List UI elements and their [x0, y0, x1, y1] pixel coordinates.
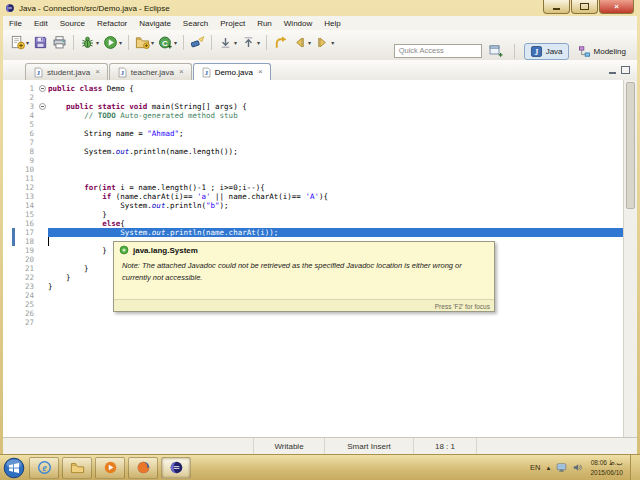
run-icon — [103, 35, 118, 50]
menu-help[interactable]: Help — [318, 19, 346, 28]
taskbar-media-player[interactable] — [95, 457, 125, 479]
perspective-label: Modeling — [594, 47, 626, 56]
line-number: 8 — [17, 147, 37, 156]
taskbar-firefox[interactable] — [128, 457, 158, 479]
dropdown-arrow-icon[interactable]: ▾ — [174, 39, 177, 46]
code-line: if (name.charAt(i)== 'a' || name.charAt(… — [48, 192, 623, 201]
quick-access-input[interactable]: Quick Access — [394, 44, 482, 58]
prev-annotation-button[interactable]: ▾ — [240, 34, 261, 51]
dropdown-arrow-icon[interactable]: ▾ — [234, 39, 237, 46]
code-line: } — [48, 210, 623, 219]
line-number: 9 — [17, 156, 37, 165]
fold-collapse-icon[interactable] — [39, 85, 46, 92]
new-class-button[interactable]: C▾ — [157, 34, 178, 51]
menu-window[interactable]: Window — [278, 19, 318, 28]
window-controls: × — [542, 0, 634, 14]
svg-text:C: C — [162, 38, 168, 47]
new-wizard-button[interactable]: ▾ — [9, 34, 30, 51]
dropdown-arrow-icon[interactable]: ▾ — [331, 39, 334, 46]
new-wizard-icon — [10, 35, 25, 50]
text-caret — [48, 237, 49, 246]
folding-ruler[interactable] — [37, 80, 48, 437]
line-number: 26 — [17, 309, 37, 318]
line-number: 7 — [17, 138, 37, 147]
scrollbar-thumb[interactable] — [626, 82, 635, 209]
taskbar-internet-explorer[interactable]: e — [29, 457, 59, 479]
javadoc-focus-hint: Press 'F2' for focus — [435, 303, 490, 310]
close-tab-icon[interactable]: × — [95, 68, 100, 76]
window-title: Java - Connection/src/Demo.java - Eclips… — [19, 4, 170, 13]
view-controls — [609, 66, 630, 74]
range-indicator — [12, 228, 15, 246]
line-number-ruler[interactable]: 1234567891011121314151617181920212223242… — [17, 80, 37, 437]
search-icon — [190, 35, 205, 50]
dropdown-arrow-icon[interactable]: ▾ — [96, 39, 99, 46]
perspective-switcher: JJavaModeling — [524, 43, 632, 60]
tab-Demo.java[interactable]: JDemo.java× — [193, 63, 271, 80]
language-indicator[interactable]: EN — [530, 463, 540, 472]
menu-edit[interactable]: Edit — [28, 19, 54, 28]
code-line — [48, 318, 623, 327]
explorer-icon — [70, 460, 85, 475]
perspective-modeling[interactable]: Modeling — [572, 43, 632, 60]
maximize-view-icon[interactable] — [621, 66, 630, 74]
dropdown-arrow-icon[interactable]: ▾ — [151, 39, 154, 46]
print-button[interactable] — [51, 34, 68, 51]
open-perspective-button[interactable] — [488, 43, 504, 59]
maximize-icon — [580, 3, 589, 10]
menu-source[interactable]: Source — [54, 19, 91, 28]
maximize-button[interactable] — [571, 0, 598, 14]
menu-refactor[interactable]: Refactor — [91, 19, 133, 28]
tab-student.java[interactable]: Jstudent.java× — [25, 63, 108, 80]
dropdown-arrow-icon[interactable]: ▾ — [119, 39, 122, 46]
show-desktop-button[interactable] — [630, 455, 640, 480]
menu-run[interactable]: Run — [251, 19, 278, 28]
run-button[interactable]: ▾ — [102, 34, 123, 51]
hidden-icons-button[interactable]: ▲ — [546, 465, 552, 471]
line-number: 12 — [17, 183, 37, 192]
save-button[interactable] — [32, 34, 49, 51]
line-number: 17 — [17, 228, 37, 237]
dropdown-arrow-icon[interactable]: ▾ — [257, 39, 260, 46]
annotation-ruler[interactable] — [3, 80, 17, 437]
fold-collapse-icon[interactable] — [39, 103, 46, 110]
close-tab-icon[interactable]: × — [179, 68, 184, 76]
menu-search[interactable]: Search — [177, 19, 214, 28]
debug-button[interactable]: ▾ — [79, 34, 100, 51]
last-edit-button[interactable] — [272, 34, 289, 51]
display-tray-icon[interactable] — [556, 462, 567, 473]
perspective-java[interactable]: JJava — [524, 43, 569, 60]
forward-button[interactable]: ▾ — [314, 34, 335, 51]
menu-navigate[interactable]: Navigate — [133, 19, 177, 28]
menu-file[interactable]: File — [3, 19, 28, 28]
next-annotation-button[interactable]: ▾ — [217, 34, 238, 51]
java-file-icon: J — [33, 67, 44, 78]
close-tab-icon[interactable]: × — [258, 68, 263, 76]
dropdown-arrow-icon[interactable]: ▾ — [308, 39, 311, 46]
minimize-button[interactable] — [543, 0, 570, 14]
save-icon — [33, 35, 48, 50]
toolbar-right: Quick Access JJavaModeling — [394, 43, 632, 59]
tab-label: student.java — [47, 68, 90, 77]
search-button[interactable] — [189, 34, 206, 51]
taskbar-explorer[interactable] — [62, 457, 92, 479]
volume-tray-icon[interactable] — [572, 462, 583, 473]
title-bar[interactable]: Java - Connection/src/Demo.java - Eclips… — [0, 0, 640, 16]
back-button[interactable]: ▾ — [291, 34, 312, 51]
tab-teacher.java[interactable]: Jteacher.java× — [109, 63, 192, 80]
start-button[interactable] — [3, 457, 25, 479]
new-class-icon: C — [158, 35, 173, 50]
menu-project[interactable]: Project — [214, 19, 251, 28]
editor-scrollbar[interactable] — [623, 80, 637, 437]
minimize-view-icon[interactable] — [609, 72, 616, 74]
line-number: 25 — [17, 300, 37, 309]
clock[interactable]: 08:06 ب.ظ 2015/06/10 — [590, 458, 623, 476]
new-java-project-button[interactable]: ▾ — [134, 34, 155, 51]
back-icon — [292, 35, 307, 50]
java-file-icon: J — [117, 67, 128, 78]
eclipse-logo-icon — [5, 3, 15, 13]
taskbar-eclipse-app[interactable] — [161, 457, 191, 479]
close-button[interactable]: × — [599, 0, 634, 14]
dropdown-arrow-icon[interactable]: ▾ — [26, 39, 29, 46]
last-edit-icon — [273, 35, 288, 50]
